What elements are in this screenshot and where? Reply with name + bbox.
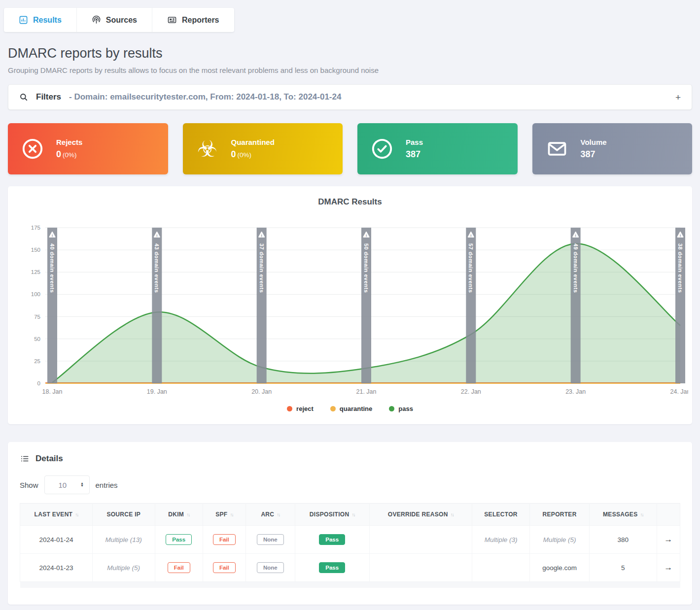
column-header-last-event[interactable]: LAST EVENT↑↓	[20, 504, 93, 526]
stat-card-volume: Volume 387	[532, 123, 693, 174]
sort-icon: ↑↓	[186, 512, 189, 517]
tab-label: Results	[33, 16, 62, 25]
chart-legend: reject quarantine pass	[12, 405, 688, 412]
select-caret-icon: ▴▾	[81, 482, 83, 487]
entries-label: entries	[96, 481, 118, 489]
result-badge: None	[257, 562, 284, 573]
sort-icon: ↑↓	[351, 512, 354, 517]
warning-exclamation: !	[261, 234, 262, 238]
cell-spf: Fail	[203, 554, 245, 582]
legend-label: reject	[296, 405, 314, 412]
column-header-arc[interactable]: ARC↑↓	[245, 504, 295, 526]
warning-exclamation: !	[680, 234, 681, 238]
column-header-spf[interactable]: SPF↑↓	[203, 504, 245, 526]
legend-item-pass[interactable]: pass	[389, 405, 413, 412]
domain-events-label: 37 domain events	[259, 243, 265, 293]
cell-actions: →	[657, 526, 680, 554]
legend-dot-reject	[287, 406, 292, 411]
table-row: 2024-01-23Multiple (5)FailFailNonePassgo…	[20, 554, 680, 582]
card-percent: (0%)	[238, 151, 252, 159]
y-axis-tick-label: 175	[31, 225, 40, 231]
chart-title: DMARC Results	[12, 197, 688, 207]
cell-disposition: Pass	[295, 554, 369, 582]
tab-label: Reporters	[182, 16, 219, 25]
cell-disposition: Pass	[295, 526, 369, 554]
page-title: DMARC reports by results	[8, 46, 692, 61]
x-axis-label: 24. Jan	[670, 388, 688, 395]
newspaper-icon	[167, 15, 177, 25]
page-size-select[interactable]: 10 ▴▾	[44, 475, 90, 494]
column-header-messages[interactable]: MESSAGES↑↓	[589, 504, 657, 526]
domain-events-label: 43 domain events	[154, 243, 160, 293]
results-table: LAST EVENT↑↓SOURCE IPDKIM↑↓SPF↑↓ARC↑↓DIS…	[20, 503, 680, 588]
card-label: Volume	[581, 138, 607, 146]
card-label: Rejects	[56, 138, 82, 146]
check-circle-icon	[370, 137, 394, 161]
column-header-reporter: REPORTER	[530, 504, 590, 526]
cell-messages: 380	[589, 526, 657, 554]
warning-exclamation: !	[470, 234, 472, 238]
biohazard-icon: ☣	[196, 137, 219, 161]
cell-selector: Multiple (3)	[472, 526, 529, 554]
filters-summary: - Domain: emailsecuritytester.com, From:…	[69, 92, 667, 102]
cell-dkim: Pass	[155, 526, 203, 554]
sort-icon: ↑↓	[277, 512, 280, 517]
result-badge: None	[257, 534, 284, 545]
filters-label: Filters	[36, 92, 61, 102]
bar-chart-icon	[19, 15, 28, 25]
column-header-override-reason[interactable]: OVERRIDE REASON↑↓	[369, 504, 472, 526]
domain-events-label: 38 domain events	[677, 243, 683, 293]
disposition-badge: Pass	[319, 562, 345, 573]
legend-label: quarantine	[340, 405, 372, 412]
legend-item-quarantine[interactable]: quarantine	[330, 405, 372, 412]
list-icon	[20, 454, 30, 463]
table-row: 2024-01-24Multiple (13)PassFailNonePassM…	[20, 526, 680, 554]
cell-dkim: Fail	[155, 554, 203, 582]
dmarc-results-chart: 0255075100125150175!40 domain events18. …	[12, 222, 688, 398]
x-axis-label: 21. Jan	[356, 388, 376, 395]
stat-card-quarantined: ☣ Quarantined 0(0%)	[183, 123, 343, 174]
cell-selector	[472, 554, 529, 582]
column-header-actions	[657, 504, 680, 526]
cell-source-ip: Multiple (13)	[92, 526, 155, 554]
cell-reporter: Multiple (5)	[530, 526, 590, 554]
warning-exclamation: !	[52, 234, 53, 238]
cell-override-reason	[369, 526, 472, 554]
result-badge: Fail	[213, 534, 236, 545]
y-axis-tick-label: 50	[34, 336, 40, 342]
row-detail-arrow-icon[interactable]: →	[664, 563, 672, 572]
y-axis-tick-label: 0	[37, 380, 40, 386]
warning-exclamation: !	[575, 234, 576, 238]
column-header-disposition[interactable]: DISPOSITION↑↓	[295, 504, 369, 526]
card-value: 0	[231, 149, 236, 159]
stat-cards-row: Rejects 0(0%) ☣ Quarantined 0(0%) Pass 3…	[8, 123, 692, 174]
envelope-icon	[545, 137, 569, 161]
tab-label: Sources	[106, 16, 137, 25]
column-header-dkim[interactable]: DKIM↑↓	[155, 504, 203, 526]
domain-events-label: 40 domain events	[49, 243, 55, 293]
card-value: 387	[406, 149, 420, 159]
y-axis-tick-label: 25	[34, 358, 40, 364]
x-axis-label: 20. Jan	[251, 388, 272, 395]
page-size-value: 10	[59, 481, 67, 489]
tab-results[interactable]: Results	[4, 8, 77, 32]
y-axis-tick-label: 150	[31, 247, 40, 253]
legend-dot-pass	[389, 406, 394, 411]
card-label: Pass	[406, 138, 423, 146]
tab-sources[interactable]: Sources	[77, 8, 152, 32]
legend-item-reject[interactable]: reject	[287, 405, 314, 412]
tab-reporters[interactable]: Reporters	[152, 8, 234, 32]
cell-spf: Fail	[203, 526, 245, 554]
cell-last-event: 2024-01-23	[20, 554, 93, 582]
cell-override-reason	[369, 554, 472, 582]
expand-filters-button[interactable]: +	[675, 93, 681, 102]
legend-label: pass	[398, 405, 413, 412]
row-detail-arrow-icon[interactable]: →	[664, 535, 672, 544]
filters-bar[interactable]: Filters - Domain: emailsecuritytester.co…	[8, 84, 692, 110]
x-axis-label: 22. Jan	[461, 388, 481, 395]
y-axis-tick-label: 100	[31, 291, 40, 297]
domain-events-label: 57 domain events	[468, 243, 474, 293]
cell-arc: None	[245, 554, 295, 582]
result-badge: Pass	[166, 534, 192, 545]
dmarc-results-chart-card: DMARC Results 0255075100125150175!40 dom…	[8, 186, 692, 424]
